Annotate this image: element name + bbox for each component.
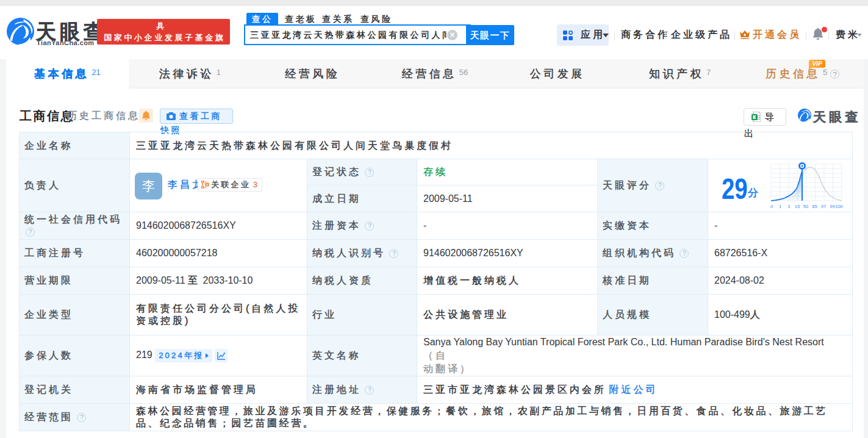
svg-text:85: 85 bbox=[812, 204, 817, 209]
svg-text:15: 15 bbox=[795, 204, 800, 209]
svg-text:3: 3 bbox=[787, 204, 790, 209]
svg-text:0: 0 bbox=[770, 204, 773, 209]
svg-text:97: 97 bbox=[821, 204, 826, 209]
svg-text:50: 50 bbox=[803, 204, 808, 209]
svg-text:100: 100 bbox=[835, 204, 843, 209]
svg-text:99: 99 bbox=[830, 204, 834, 209]
svg-text:1: 1 bbox=[779, 204, 781, 209]
